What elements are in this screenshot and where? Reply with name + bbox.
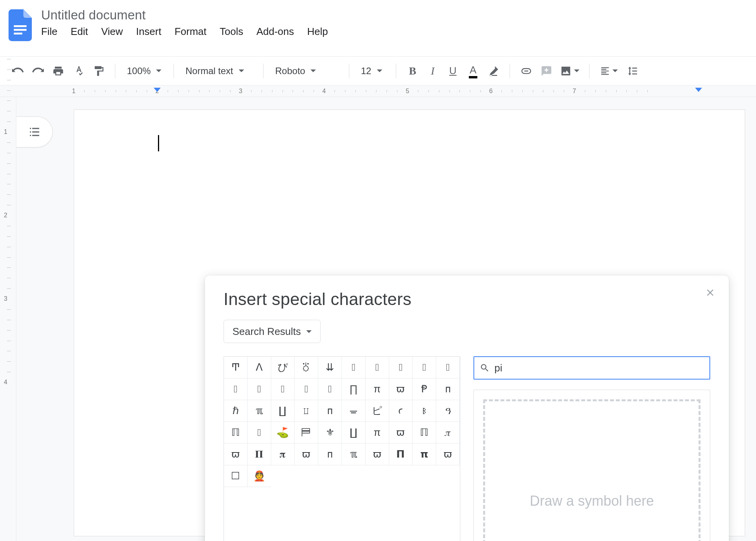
category-select[interactable]: Search Results bbox=[224, 320, 321, 343]
character-cell[interactable]: 𒀪 bbox=[366, 357, 389, 378]
toolbar-separator bbox=[115, 64, 115, 78]
character-cell[interactable]: ዓ bbox=[436, 400, 460, 422]
caret-down-icon bbox=[156, 69, 161, 72]
menu-tools[interactable]: Tools bbox=[220, 26, 243, 38]
bold-button[interactable]: B bbox=[404, 62, 421, 80]
font-select[interactable]: Roboto bbox=[271, 66, 341, 76]
character-cell[interactable]: 𒀭 bbox=[436, 357, 460, 378]
character-cell[interactable]: ᴨ bbox=[318, 444, 342, 465]
character-cell[interactable]: ∐ bbox=[342, 422, 366, 444]
character-cell[interactable]: ⇊ bbox=[318, 357, 342, 378]
character-cell[interactable]: 𐊡 bbox=[413, 400, 436, 422]
character-cell[interactable]: π bbox=[366, 378, 389, 400]
line-spacing-button[interactable] bbox=[624, 62, 641, 80]
vruler-number: 1 bbox=[4, 128, 7, 135]
character-cell[interactable]: ᐱ bbox=[248, 357, 271, 378]
character-cell[interactable]: 𝛑 bbox=[271, 444, 295, 465]
character-cell[interactable]: 𒀱 bbox=[295, 378, 318, 400]
character-cell[interactable]: 𝝥 bbox=[389, 444, 413, 465]
character-cell[interactable]: Ᵽ bbox=[413, 378, 436, 400]
character-cell[interactable]: ϖ bbox=[389, 422, 413, 444]
dialog-close-button[interactable] bbox=[702, 285, 718, 300]
character-cell[interactable]: 𝜋 bbox=[436, 422, 460, 444]
document-outline-toggle[interactable] bbox=[16, 116, 53, 147]
character-cell[interactable]: ℏ bbox=[224, 400, 248, 422]
character-cell[interactable]: ぴ bbox=[271, 357, 295, 378]
text-cursor bbox=[158, 135, 159, 151]
document-title[interactable]: Untitled document bbox=[41, 8, 756, 23]
font-size-select[interactable]: 12 bbox=[357, 66, 388, 76]
character-cell[interactable]: ⚜ bbox=[318, 422, 342, 444]
insert-image-button[interactable] bbox=[558, 62, 581, 80]
horizontal-ruler[interactable]: 1234567 bbox=[0, 85, 756, 97]
character-cell[interactable]: ⛣ bbox=[295, 357, 318, 378]
menu-view[interactable]: View bbox=[101, 26, 123, 38]
vertical-ruler[interactable]: 1234 bbox=[0, 97, 16, 541]
left-indent-marker[interactable] bbox=[154, 88, 161, 92]
character-cell[interactable]: 𝝿 bbox=[413, 444, 436, 465]
add-comment-button[interactable] bbox=[538, 62, 555, 80]
menu-edit[interactable]: Edit bbox=[71, 26, 88, 38]
text-color-button[interactable]: A bbox=[465, 62, 482, 80]
character-cell[interactable]: ☐ bbox=[224, 465, 248, 487]
character-cell[interactable]: 𒀫 bbox=[389, 357, 413, 378]
menu-help[interactable]: Help bbox=[307, 26, 328, 38]
character-cell[interactable]: ℿ bbox=[413, 422, 436, 444]
zoom-select[interactable]: 100% bbox=[123, 66, 166, 76]
paragraph-style-select[interactable]: Normal text bbox=[182, 66, 255, 76]
character-cell[interactable]: ∏ bbox=[342, 378, 366, 400]
spellcheck-button[interactable] bbox=[70, 62, 87, 80]
character-cell[interactable]: 𒀰 bbox=[271, 378, 295, 400]
character-cell[interactable]: 𒀩 bbox=[342, 357, 366, 378]
menu-addons[interactable]: Add-ons bbox=[257, 26, 294, 38]
character-cell[interactable]: ϖ bbox=[366, 444, 389, 465]
character-cell[interactable]: ℼ bbox=[342, 444, 366, 465]
align-button[interactable] bbox=[597, 62, 621, 80]
character-cell[interactable]: ꜥ bbox=[389, 400, 413, 422]
character-cell[interactable]: 𒀮 bbox=[224, 378, 248, 400]
character-cell[interactable]: ᴨ bbox=[318, 400, 342, 422]
right-indent-marker[interactable] bbox=[695, 88, 702, 92]
highlight-color-button[interactable] bbox=[485, 62, 502, 80]
undo-button[interactable] bbox=[9, 62, 26, 80]
underline-button[interactable]: U bbox=[444, 62, 461, 80]
character-cell[interactable]: ∐ bbox=[271, 400, 295, 422]
character-cell[interactable]: ϖ bbox=[436, 444, 460, 465]
menu-file[interactable]: File bbox=[41, 26, 57, 38]
zoom-value: 100% bbox=[127, 66, 151, 76]
italic-button[interactable]: I bbox=[424, 62, 441, 80]
character-cell[interactable]: 𝚷 bbox=[248, 444, 271, 465]
character-cell[interactable]: ℿ bbox=[224, 422, 248, 444]
character-cell[interactable]: ᚚ bbox=[342, 400, 366, 422]
paint-format-button[interactable] bbox=[90, 62, 107, 80]
character-cell[interactable]: ピ bbox=[366, 400, 389, 422]
caret-down-icon bbox=[306, 330, 312, 333]
insert-link-button[interactable] bbox=[518, 62, 535, 80]
redo-button[interactable] bbox=[29, 62, 47, 80]
character-cell[interactable]: π bbox=[366, 422, 389, 444]
draw-symbol-box[interactable]: Draw a symbol here bbox=[473, 390, 710, 541]
print-button[interactable] bbox=[50, 62, 67, 80]
docs-logo[interactable] bbox=[9, 9, 32, 41]
svg-rect-0 bbox=[14, 25, 27, 27]
character-search-input[interactable] bbox=[494, 362, 704, 374]
character-cell[interactable]: ϖ bbox=[295, 444, 318, 465]
character-cell[interactable]: ⛳ bbox=[271, 422, 295, 444]
character-cell[interactable]: 𒀯 bbox=[248, 378, 271, 400]
character-cell[interactable]: ⛿ bbox=[295, 422, 318, 444]
character-cell[interactable]: Ͳ bbox=[224, 357, 248, 378]
character-cell[interactable]: 𒀲 bbox=[318, 378, 342, 400]
ruler-number: 6 bbox=[489, 88, 493, 95]
character-cell[interactable]: ⨿ bbox=[295, 400, 318, 422]
character-cell[interactable]: ϖ bbox=[389, 378, 413, 400]
character-cell[interactable]: ϖ bbox=[224, 444, 248, 465]
menu-format[interactable]: Format bbox=[175, 26, 206, 38]
character-cell[interactable]: 𒀳 bbox=[248, 422, 271, 444]
character-cell[interactable]: ᴨ bbox=[436, 378, 460, 400]
menu-insert[interactable]: Insert bbox=[136, 26, 161, 38]
character-cell[interactable]: 👲 bbox=[248, 465, 271, 487]
character-cell[interactable]: 𒀬 bbox=[413, 357, 436, 378]
character-search-box[interactable] bbox=[473, 356, 710, 380]
caret-down-icon bbox=[574, 69, 579, 72]
character-cell[interactable]: ℼ bbox=[248, 400, 271, 422]
